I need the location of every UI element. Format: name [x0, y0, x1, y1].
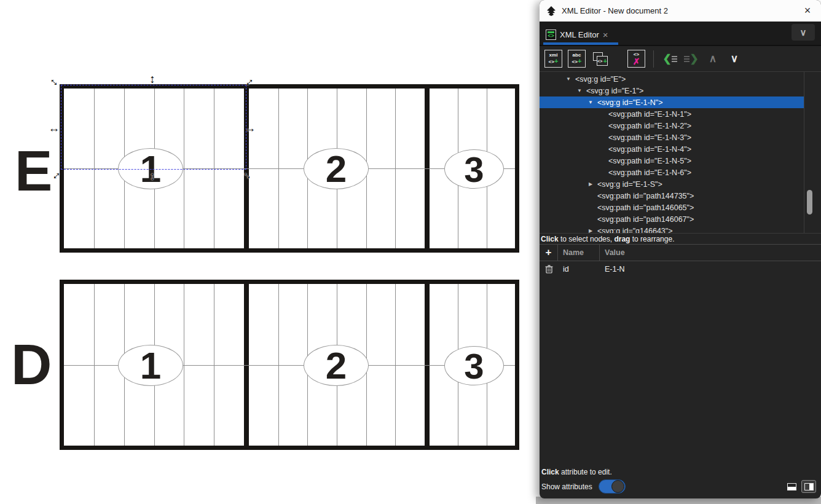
resize-handle-middle-right[interactable]: ↔ — [243, 122, 257, 135]
move-node-up-button[interactable]: ∧ — [705, 51, 721, 67]
drawing-row-D[interactable]: 1 2 3 — [60, 280, 519, 450]
collapse-icon[interactable]: ▼ — [575, 88, 584, 93]
canvas-text-D[interactable]: D — [11, 336, 50, 393]
tree-node[interactable]: <svg:path id="E-1-N-1"> — [540, 108, 804, 120]
inkscape-canvas: E D 1 2 3 1 2 3 ↔ ↕ ↔ ↔ ↔ ↔ ↕ ↔ — [0, 0, 821, 504]
unindent-bars — [672, 55, 677, 63]
xml-editor-dialog: XML Editor - New document 2 × <> XML Edi… — [540, 0, 821, 498]
tree-node[interactable]: ▼<svg:g id="E-1"> — [540, 85, 804, 96]
resize-handle-middle-left[interactable]: ↔ — [47, 122, 61, 135]
tree-node-label: <svg:g id="E-1-S"> — [597, 180, 662, 189]
tree-node-label: <svg:g id="E-1"> — [586, 87, 643, 95]
tab-strip: <> XML Editor × ∨ — [540, 22, 821, 46]
show-attributes-label: Show attributes — [541, 482, 592, 491]
tree-list: ▼<svg:g id="E">▼<svg:g id="E-1">▼<svg:g … — [540, 73, 804, 234]
dialog-titlebar: XML Editor - New document 2 × — [540, 0, 821, 22]
attr-name-cell[interactable]: id — [558, 261, 600, 277]
ellipse-label-2[interactable]: 2 — [304, 148, 369, 189]
tree-node[interactable]: <svg:path id="E-1-N-3"> — [540, 132, 804, 143]
attr-name-header: Name — [558, 245, 600, 261]
attribute-area-empty — [540, 277, 821, 466]
tree-scrollbar[interactable] — [804, 72, 814, 233]
layout-rows-button[interactable] — [784, 480, 799, 493]
tab-overflow-button[interactable]: ∨ — [792, 24, 815, 41]
indent-bars — [684, 55, 689, 63]
layout-columns-icon — [804, 483, 814, 490]
show-attributes-toggle[interactable] — [599, 479, 626, 494]
tree-node[interactable]: <svg:path id="path146065"> — [540, 202, 804, 213]
ellipse-label-2[interactable]: 2 — [304, 345, 369, 386]
add-attribute-button[interactable]: + — [540, 245, 558, 261]
unindent-icon: ❮ — [662, 52, 671, 65]
tree-node[interactable]: ▼<svg:g id="E"> — [540, 73, 804, 85]
tree-node-label: <svg:path id="path144735"> — [597, 192, 694, 200]
arrow-up-icon: ∧ — [709, 52, 717, 65]
layout-columns-button[interactable] — [801, 480, 816, 493]
unindent-node-button[interactable]: ❮ — [662, 51, 678, 67]
ellipse-label-3[interactable]: 3 — [444, 149, 504, 189]
canvas-text-E[interactable]: E — [15, 143, 51, 199]
delete-attribute-button[interactable] — [540, 265, 558, 274]
collapse-icon[interactable]: ▼ — [564, 76, 573, 82]
ellipse-label-3[interactable]: 3 — [444, 346, 504, 385]
new-text-node-button[interactable]: abc <>+ — [568, 50, 586, 68]
plus-icon: + — [554, 57, 558, 65]
duplicate-node-button[interactable]: <>+ — [591, 50, 609, 68]
tree-node[interactable]: <svg:path id="path146067"> — [540, 213, 804, 225]
indent-icon: ❯ — [689, 52, 698, 65]
tree-node-label: <svg:path id="E-1-N-5"> — [608, 157, 691, 165]
plus-icon: + — [578, 57, 581, 65]
tree-node-label: <svg:path id="path146067"> — [597, 215, 694, 224]
tab-close-icon[interactable]: × — [603, 30, 608, 40]
layout-rows-icon — [787, 483, 796, 490]
tree-node[interactable]: ▼<svg:g id="E-1-N"> — [540, 96, 804, 108]
tree-node-label: <svg:path id="E-1-N-1"> — [608, 110, 691, 119]
new-element-node-button[interactable]: xml <>+ — [544, 50, 562, 68]
xml-editor-tab-icon: <> — [546, 30, 556, 40]
tree-hint-text: Click to select nodes, drag to rearrange… — [540, 234, 821, 245]
tree-node-label: <svg:g id="E"> — [575, 75, 626, 84]
tab-label: XML Editor — [560, 30, 599, 39]
tree-node[interactable]: <svg:path id="E-1-N-2"> — [540, 120, 804, 132]
expand-icon[interactable]: ▶ — [586, 181, 595, 187]
toolbar-separator — [653, 50, 654, 68]
tree-node[interactable]: ▶<svg:g id="E-1-S"> — [540, 178, 804, 190]
trash-icon — [545, 265, 553, 274]
attribute-hint-text: Click attribute to edit. — [541, 468, 816, 476]
attr-value-header: Value — [600, 248, 625, 257]
ellipse-label-1[interactable]: 1 — [118, 345, 183, 386]
xml-toolbar: xml <>+ abc <>+ <>+ <> ✗ ❮ — [540, 46, 821, 71]
tree-node-label: <svg:path id="E-1-N-3"> — [608, 133, 691, 142]
tree-node-label: <svg:g id="E-1-N"> — [597, 98, 663, 107]
attribute-row[interactable]: id E-1-N — [540, 261, 821, 277]
tree-node[interactable]: <svg:path id="path144735"> — [540, 190, 804, 202]
selection-dashed-rect — [61, 85, 246, 170]
scrollbar-thumb[interactable] — [807, 190, 812, 215]
delete-x-icon: ✗ — [633, 57, 640, 66]
tree-node-label: <svg:path id="path146065"> — [597, 203, 694, 212]
resize-handle-bottom-center[interactable]: ↕ — [146, 170, 159, 183]
duplicate-front-rect: <>+ — [597, 56, 608, 66]
delete-node-button[interactable]: <> ✗ — [627, 50, 645, 68]
tree-node-label: <svg:g id="g146643"> — [597, 227, 673, 234]
close-icon[interactable]: × — [800, 4, 815, 17]
move-node-down-button[interactable]: ∨ — [726, 51, 742, 67]
inkscape-logo-icon — [546, 6, 557, 17]
tree-node-label: <svg:path id="E-1-N-4"> — [608, 145, 691, 154]
attribute-table-header: + Name Value — [540, 245, 821, 261]
collapse-icon[interactable]: ▼ — [586, 100, 595, 105]
toggle-knob — [611, 480, 624, 493]
attr-value-cell[interactable]: E-1-N — [600, 265, 625, 274]
tree-node[interactable]: <svg:path id="E-1-N-6"> — [540, 167, 804, 178]
tree-node[interactable]: <svg:path id="E-1-N-4"> — [540, 143, 804, 155]
tree-node[interactable]: ▶<svg:g id="g146643"> — [540, 225, 804, 234]
dialog-footer: Click attribute to edit. Show attributes — [540, 466, 821, 498]
xml-node-tree: ▼<svg:g id="E">▼<svg:g id="E-1">▼<svg:g … — [540, 71, 821, 234]
arrow-down-icon: ∨ — [731, 52, 738, 65]
tree-node[interactable]: <svg:path id="E-1-N-5"> — [540, 155, 804, 167]
resize-handle-top-center[interactable]: ↕ — [146, 73, 159, 86]
expand-icon[interactable]: ▶ — [586, 228, 595, 234]
indent-node-button[interactable]: ❯ — [683, 51, 699, 67]
tree-node-label: <svg:path id="E-1-N-6"> — [608, 168, 691, 177]
dialog-title: XML Editor - New document 2 — [562, 6, 668, 15]
